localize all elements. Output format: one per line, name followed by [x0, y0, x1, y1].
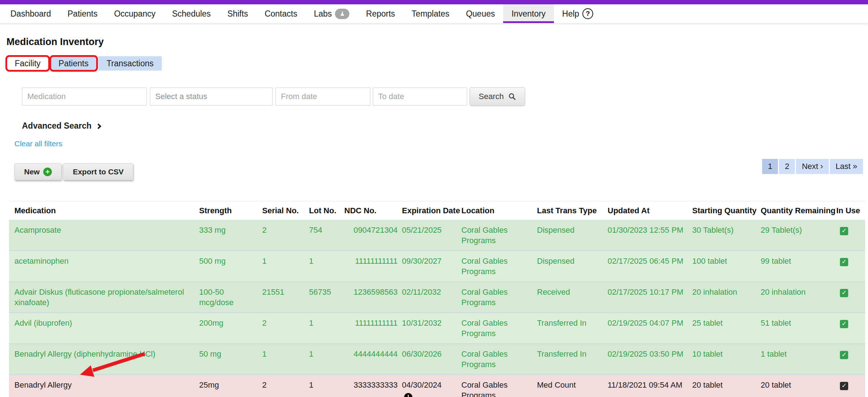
- in-use-checkbox[interactable]: ✓: [840, 382, 848, 390]
- from-date-input[interactable]: [276, 88, 370, 106]
- nav-label: Labs: [314, 9, 332, 19]
- table-row[interactable]: acetaminophen500 mg111111111111109/30/20…: [9, 251, 865, 282]
- advanced-search-link[interactable]: Advanced Search: [22, 121, 100, 131]
- table-row[interactable]: Acamprosate333 mg2754090472130405/21/202…: [9, 220, 865, 251]
- advanced-search-label: Advanced Search: [22, 121, 91, 131]
- tab-label: Transactions: [107, 59, 154, 68]
- table-row[interactable]: Advair Diskus (fluticasone propionate/sa…: [9, 282, 865, 313]
- column-header: Serial No.: [262, 201, 309, 220]
- tab-facility[interactable]: Facility: [6, 56, 49, 71]
- cell-medication[interactable]: Advil (ibuprofen): [9, 313, 199, 344]
- cell-starting-qty: 20 tablet: [692, 375, 761, 397]
- column-header: Strength: [199, 201, 262, 220]
- cell-qty-remaining: 29 Tablet(s): [761, 220, 836, 251]
- table-row[interactable]: Benadryl Allergy (diphenhydramine HCl)50…: [9, 344, 865, 375]
- page-button-1[interactable]: 1: [762, 159, 778, 174]
- column-header: Lot No.: [309, 201, 344, 220]
- cell-qty-remaining: 1 tablet: [761, 344, 836, 375]
- cell-medication[interactable]: Advair Diskus (fluticasone propionate/sa…: [9, 282, 199, 313]
- last-page-button[interactable]: Last »: [830, 159, 863, 174]
- nav-label: Help: [562, 9, 579, 19]
- cell-strength: 100-50 mcg/dose: [199, 282, 262, 313]
- column-header: Last Trans Type: [537, 201, 608, 220]
- to-date-input[interactable]: [373, 88, 467, 106]
- nav-item-shifts[interactable]: Shifts: [219, 4, 256, 23]
- cell-in-use: ✓: [836, 344, 865, 375]
- cell-last-trans: Transferred In: [537, 313, 608, 344]
- nav-item-contacts[interactable]: Contacts: [256, 4, 306, 23]
- cell-serial: 21551: [262, 282, 309, 313]
- nav-item-help[interactable]: Help ?: [554, 4, 601, 23]
- page-button-2[interactable]: 2: [779, 159, 795, 174]
- cell-qty-remaining: 99 tablet: [761, 251, 836, 282]
- cell-expiration: 04/30/2024!: [402, 375, 461, 397]
- nav-label: Queues: [466, 9, 495, 19]
- cell-in-use: ✓: [836, 375, 865, 397]
- cell-updated: 02/17/2025 06:45 PM: [608, 251, 692, 282]
- cell-lot: 1: [309, 375, 344, 397]
- clear-all-filters-link[interactable]: Clear all filters: [14, 139, 62, 148]
- cell-in-use: ✓: [836, 282, 865, 313]
- table-row[interactable]: Benadryl Allergy25mg21333333333304/30/20…: [9, 375, 865, 397]
- search-icon: [508, 93, 516, 101]
- cell-expiration: 02/11/2032: [402, 282, 461, 313]
- tab-transactions[interactable]: Transactions: [98, 56, 162, 71]
- cell-updated: 02/19/2025 03:50 PM: [608, 344, 692, 375]
- nav-item-dashboard[interactable]: Dashboard: [2, 4, 59, 23]
- tab-label: Patients: [59, 59, 89, 68]
- nav-item-inventory[interactable]: Inventory: [503, 4, 554, 23]
- in-use-checkbox[interactable]: ✓: [840, 227, 848, 235]
- cell-qty-remaining: 20 inhalation: [761, 282, 836, 313]
- cell-starting-qty: 100 tablet: [692, 251, 761, 282]
- cell-updated: 01/30/2023 12:55 PM: [608, 220, 692, 251]
- table-row[interactable]: Advil (ibuprofen)200mg211111111111110/31…: [9, 313, 865, 344]
- cell-ndc: 3333333333: [344, 375, 402, 397]
- column-header: Location: [461, 201, 537, 220]
- cell-in-use: ✓: [836, 220, 865, 251]
- cell-location: Coral Gables Programs: [461, 313, 537, 344]
- nav-item-patients[interactable]: Patients: [59, 4, 106, 23]
- cell-lot: 1: [309, 251, 344, 282]
- cell-strength: 25mg: [199, 375, 262, 397]
- cell-medication[interactable]: Benadryl Allergy (diphenhydramine HCl): [9, 344, 199, 375]
- cell-qty-remaining: 20 tablet: [761, 375, 836, 397]
- cell-medication[interactable]: Benadryl Allergy: [9, 375, 199, 397]
- medication-filter-input[interactable]: [22, 88, 147, 106]
- column-header: Starting Quantity: [692, 201, 761, 220]
- cell-medication[interactable]: Acamprosate: [9, 220, 199, 251]
- tab-patients[interactable]: Patients: [50, 56, 97, 71]
- nav-item-reports[interactable]: Reports: [358, 4, 403, 23]
- cell-ndc: 0904721304: [344, 220, 402, 251]
- nav-item-labs[interactable]: Labs: [305, 4, 358, 23]
- cell-ndc: 1236598563: [344, 282, 402, 313]
- column-header: In Use: [836, 201, 865, 220]
- flask-icon: [335, 9, 349, 19]
- nav-item-schedules[interactable]: Schedules: [164, 4, 219, 23]
- next-page-button[interactable]: Next ›: [796, 159, 829, 174]
- nav-label: Contacts: [265, 9, 297, 19]
- cell-lot: 754: [309, 220, 344, 251]
- in-use-checkbox[interactable]: ✓: [840, 289, 848, 297]
- export-csv-button[interactable]: Export to CSV: [63, 163, 133, 180]
- cell-serial: 2: [262, 375, 309, 397]
- cell-location: Coral Gables Programs: [461, 282, 537, 313]
- search-button[interactable]: Search: [470, 87, 525, 106]
- nav-item-occupancy[interactable]: Occupancy: [106, 4, 164, 23]
- in-use-checkbox[interactable]: ✓: [840, 351, 848, 359]
- nav-label: Patients: [68, 9, 98, 19]
- cell-expiration: 06/30/2026: [402, 344, 461, 375]
- chevron-right-icon: [96, 123, 102, 129]
- plus-icon: +: [43, 168, 52, 176]
- cell-expiration: 05/21/2025: [402, 220, 461, 251]
- status-filter-select[interactable]: Select a status: [150, 88, 273, 106]
- nav-label: Dashboard: [10, 9, 51, 19]
- in-use-checkbox[interactable]: ✓: [840, 258, 848, 266]
- nav-item-templates[interactable]: Templates: [403, 4, 458, 23]
- pagination: 1 2 Next › Last »: [762, 159, 863, 174]
- cell-last-trans: Dispensed: [537, 251, 608, 282]
- cell-medication[interactable]: acetaminophen: [9, 251, 199, 282]
- nav-item-queues[interactable]: Queues: [458, 4, 504, 23]
- new-button[interactable]: New +: [14, 163, 62, 180]
- top-accent-strip: [0, 0, 868, 4]
- in-use-checkbox[interactable]: ✓: [840, 320, 848, 328]
